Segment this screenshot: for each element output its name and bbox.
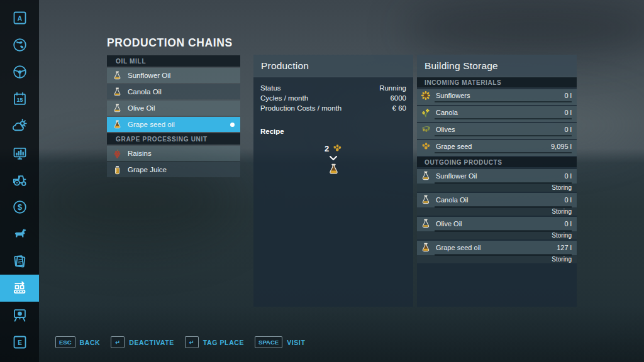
chain-list-item[interactable]: Grape Juice — [107, 162, 240, 177]
material-label: Olives — [436, 126, 455, 133]
globe-icon — [11, 36, 28, 53]
product-status: Storing — [552, 184, 572, 191]
production-panel-title: Production — [253, 55, 413, 77]
page-title: PRODUCTION CHAINS — [107, 36, 233, 50]
oil-bottle-icon — [421, 219, 431, 229]
key-action-label: BACK — [80, 339, 101, 346]
incoming-material-row: Grape seed9,095 l — [417, 140, 577, 156]
product-label: Olive Oil — [436, 220, 462, 228]
grape-seed-icon — [421, 141, 431, 151]
product-status: Storing — [552, 256, 572, 263]
chain-item-label: Grape Juice — [128, 166, 167, 173]
keybar: ESCBACK↵DEACTIVATE↵TAG PLACESPACEVISIT — [55, 336, 305, 348]
stat-row: StatusRunning — [260, 83, 406, 93]
incoming-material-row: Olives0 l — [417, 123, 577, 139]
sidebar-item-animals-cow[interactable] — [0, 221, 39, 248]
svg-text:15: 15 — [16, 97, 23, 103]
grape-juice-icon — [113, 165, 122, 175]
material-amount: 0 l — [564, 109, 572, 116]
fill-level-bar — [435, 118, 572, 120]
chain-list-item[interactable]: Sunflower Oil — [107, 68, 240, 83]
chain-item-label: Raisins — [128, 150, 152, 157]
chevron-down-icon — [329, 155, 338, 162]
background-bottom-shade — [0, 305, 644, 362]
sidebar-item-calendar[interactable]: 15 — [0, 85, 39, 112]
oil-bottle-icon — [113, 104, 122, 113]
stat-label: Cycles / month — [260, 93, 308, 103]
keybar-button-back[interactable]: ESCBACK — [55, 336, 100, 348]
incoming-rows: Sunflowers0 lCanola0 lOlives0 lGrape see… — [417, 89, 577, 156]
map-board-icon — [11, 307, 28, 324]
calendar-icon: 15 — [11, 90, 28, 107]
product-amount: 0 l — [564, 172, 572, 180]
product-status-strip: Storing — [417, 184, 577, 192]
stat-row: Cycles / month6000 — [260, 93, 406, 103]
oil-bottle-icon — [421, 195, 431, 205]
chain-item-label: Grape seed oil — [128, 121, 175, 128]
canola-icon — [421, 107, 431, 118]
sidebar-item-e-key[interactable]: E — [0, 329, 39, 356]
material-label: Sunflowers — [436, 92, 470, 99]
sidebar-item-steering-wheel[interactable] — [0, 58, 39, 85]
chain-list-item[interactable]: Canola Oil — [107, 84, 240, 99]
recipe-output — [328, 163, 340, 175]
list-section-header: GRAPE PROCESSING UNIT — [107, 133, 240, 145]
animals-cow-icon — [11, 226, 28, 243]
sidebar-item-tractor[interactable] — [0, 167, 39, 194]
outgoing-product-row: Olive Oil0 lStoring — [417, 217, 577, 239]
key-cap: SPACE — [255, 336, 282, 348]
key-cap: ↵ — [185, 336, 199, 348]
stat-value: Running — [379, 83, 406, 93]
contracts-icon — [11, 253, 28, 270]
outgoing-product-row: Canola Oil0 lStoring — [417, 193, 577, 216]
sidebar-item-globe[interactable] — [0, 31, 39, 58]
keybar-button-visit[interactable]: SPACEVISIT — [255, 336, 305, 348]
production-chains-icon — [11, 280, 28, 297]
outgoing-product-row: Grape seed oil127 lStoring — [417, 241, 577, 263]
sidebar-item-weather[interactable] — [0, 112, 39, 140]
chain-list-item[interactable]: Grape seed oil — [107, 117, 240, 132]
keybar-button-deactivate[interactable]: ↵DEACTIVATE — [111, 336, 174, 348]
production-stats: StatusRunningCycles / month6000Productio… — [253, 77, 413, 113]
steering-wheel-icon — [11, 63, 28, 80]
outgoing-product-row: Sunflower Oil0 lStoring — [417, 169, 577, 192]
sidebar-item-finances-dollar[interactable]: $ — [0, 194, 39, 221]
selected-dot-icon — [230, 123, 235, 127]
production-panel: Production StatusRunningCycles / month60… — [253, 55, 413, 307]
building-storage-panel: Building Storage INCOMING MATERIALS Sunf… — [417, 55, 577, 307]
oil-bottle-dark-icon — [421, 243, 431, 253]
chain-list-item[interactable]: Raisins — [107, 146, 240, 161]
sidebar-item-a-key[interactable]: A — [0, 4, 39, 31]
chain-list-item[interactable]: Olive Oil — [107, 101, 240, 116]
incoming-materials-header: INCOMING MATERIALS — [417, 77, 577, 87]
product-amount: 0 l — [564, 196, 572, 204]
key-cap: ESC — [55, 336, 75, 348]
oil-bottle-icon — [113, 71, 122, 80]
product-label: Canola Oil — [436, 196, 468, 204]
raisins-icon — [113, 149, 122, 158]
sidebar-item-production-chains[interactable] — [0, 275, 39, 302]
weather-icon — [11, 118, 28, 134]
sidebar-item-contracts[interactable] — [0, 248, 39, 275]
product-status-strip: Storing — [417, 231, 577, 239]
sidebar-item-statistics[interactable] — [0, 140, 39, 167]
product-amount: 0 l — [564, 220, 572, 228]
product-label: Grape seed oil — [436, 244, 481, 251]
keybar-button-tag-place[interactable]: ↵TAG PLACE — [185, 336, 244, 348]
finances-dollar-icon: $ — [11, 199, 28, 216]
stat-label: Production Costs / month — [260, 103, 341, 113]
stat-value: 6000 — [390, 93, 406, 103]
sidebar-item-map-board[interactable] — [0, 302, 39, 329]
material-amount: 9,095 l — [551, 143, 572, 150]
chain-list: OIL MILLSunflower OilCanola OilOlive Oil… — [107, 55, 240, 178]
statistics-icon — [11, 145, 28, 162]
stat-value: € 60 — [392, 103, 406, 113]
recipe-input-quantity: 2 — [325, 144, 329, 153]
tractor-icon — [11, 172, 28, 189]
product-status-strip: Storing — [417, 255, 577, 263]
product-status: Storing — [552, 208, 572, 215]
incoming-material-row: Canola0 l — [417, 106, 577, 122]
oil-bottle-icon — [421, 171, 431, 181]
olive-icon — [421, 124, 431, 134]
key-action-label: DEACTIVATE — [129, 339, 174, 346]
